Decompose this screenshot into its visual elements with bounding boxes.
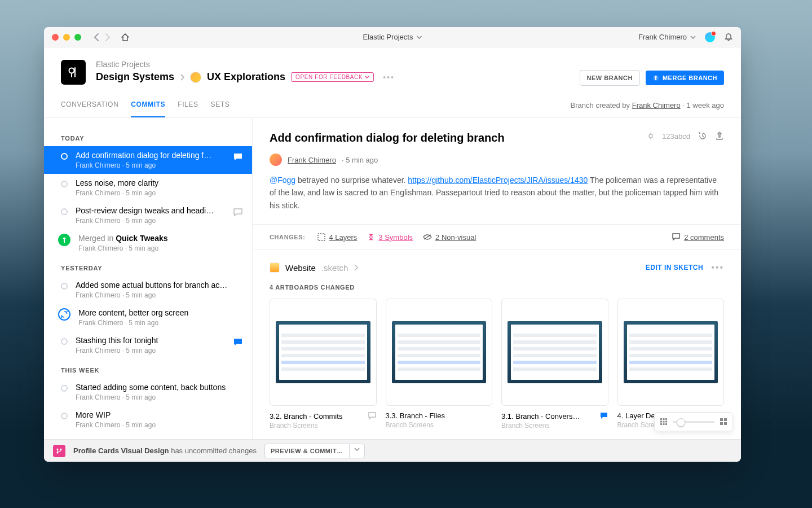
status-badge[interactable]: OPEN FOR FEEDBACK [291,72,374,82]
artboard-card[interactable]: 3.1. Branch - Convers… Branch Screens [501,299,608,430]
titlebar: Elastic Projects Frank Chimero [44,27,741,47]
author-link[interactable]: Frank Chimero [288,156,336,164]
zoom-slider[interactable] [673,421,714,423]
title-center[interactable]: Elastic Projects [363,33,422,41]
svg-rect-3 [318,234,325,240]
commit-item[interactable]: Added some actual buttons for branch ac…… [44,276,252,304]
commit-item[interactable]: Started adding some content, back button… [44,378,252,406]
commit-meta: Frank Chimero · 5 min ago [76,291,243,299]
file-row: Website.sketch EDIT IN SKETCH ••• [253,250,741,276]
artboard-card[interactable]: 3.3. Branch - Files Branch Screens [386,299,493,430]
commit-title: Merged in Quick Tweaks [78,234,243,243]
svg-rect-10 [660,423,662,425]
file-name[interactable]: Website [285,263,316,273]
commit-meta: Frank Chimero · 5 min ago [76,393,243,401]
commit-item[interactable]: Add confirmation dialog for deleting f…F… [44,146,252,174]
nav-forward-icon[interactable] [105,33,111,41]
minimize-window-dot[interactable] [63,34,70,41]
app-window: Elastic Projects Frank Chimero Elastic P… [44,27,741,462]
chat-icon [233,337,243,347]
merge-branch-label: MERGE BRANCH [663,75,717,81]
merge-branch-button[interactable]: MERGE BRANCH [646,71,724,85]
zoom-control[interactable] [654,412,733,431]
svg-rect-9 [665,421,667,423]
commit-meta: Frank Chimero · 5 min ago [78,244,243,252]
merge-icon [652,75,659,81]
svg-point-18 [60,448,61,450]
commit-title: Started adding some content, back button… [76,383,243,392]
preview-commit-dropdown[interactable] [349,444,364,458]
more-icon[interactable]: ••• [383,73,395,82]
tab-conversation[interactable]: CONVERSATION [61,100,118,117]
svg-rect-14 [724,418,727,421]
home-icon[interactable] [121,33,130,42]
changes-symbols[interactable]: 3 Symbols [367,233,413,242]
artboard-card[interactable]: 4. Layer Detail Branch Screens [617,299,725,430]
sync-bullet-icon [58,308,70,321]
bell-icon[interactable] [724,33,733,42]
artboard-thumb [617,299,725,406]
commit-bullet [61,208,68,215]
breadcrumb-main: Design Systems UX Explorations OPEN FOR … [96,71,395,83]
share-icon[interactable] [715,132,724,141]
changes-label: CHANGES: [270,234,305,240]
issue-link[interactable]: https://github.com/ElasticProjects/JIRA/… [408,176,588,185]
commit-item[interactable]: More content, better org screenFrank Chi… [44,304,252,331]
tab-commits[interactable]: COMMITS [131,100,165,117]
commit-item[interactable]: Stashing this for tonightFrank Chimero ·… [44,331,252,359]
detail-author: Frank Chimero · 5 min ago [253,154,741,166]
preview-commit-button[interactable]: PREVIEW & COMMIT… [265,444,349,458]
commit-title: Less noise, more clarity [76,178,243,187]
commit-item[interactable]: Post-review design tweaks and headi…Fran… [44,202,252,229]
commit-sha[interactable]: 123abcd [662,132,690,141]
commit-sha-icon [647,133,654,139]
commits-sidebar: TODAY Add confirmation dialog for deleti… [44,118,253,462]
chevron-down-icon [690,36,696,39]
commit-meta: Frank Chimero · 5 min ago [76,347,228,354]
branch-meta: Branch created by Frank Chimero · 1 week… [571,101,724,117]
svg-point-2 [649,134,652,138]
commit-item[interactable]: Less noise, more clarityFrank Chimero · … [44,174,252,202]
artboard-title: 3.1. Branch - Convers… [501,412,580,421]
branch-avatar [190,72,201,83]
changes-nonvisual[interactable]: 2 Non-visual [423,233,476,242]
history-icon[interactable] [698,132,707,141]
breadcrumb-org[interactable]: Elastic Projects [96,60,395,69]
svg-rect-5 [663,418,665,420]
tab-sets[interactable]: SETS [211,100,230,117]
commit-bullet [61,338,68,345]
breadcrumb-project[interactable]: Design Systems [96,71,174,83]
new-branch-button[interactable]: NEW BRANCH [580,70,640,86]
more-icon[interactable]: ••• [711,262,724,273]
header-actions: NEW BRANCH MERGE BRANCH [580,60,724,86]
zoom-window-dot[interactable] [74,34,81,41]
breadcrumb-branch[interactable]: UX Explorations [207,71,285,83]
close-window-dot[interactable] [52,34,59,41]
artboard-thumb [270,299,377,406]
nav-back-icon[interactable] [94,33,99,41]
edit-in-sketch-button[interactable]: EDIT IN SKETCH [646,264,703,271]
svg-rect-15 [720,422,723,425]
commit-item-merge[interactable]: Merged in Quick TweaksFrank Chimero · 5 … [44,229,252,257]
commit-item[interactable]: More WIPFrank Chimero · 5 min ago [44,406,252,433]
branch-meta-author[interactable]: Frank Chimero [632,101,681,110]
grid-small-icon [660,418,667,425]
chevron-down-icon [416,36,422,39]
svg-rect-11 [663,423,665,425]
app-logo[interactable] [61,60,86,85]
user-menu[interactable]: Frank Chimero [638,33,696,41]
artboard-thumb [501,299,608,406]
mention[interactable]: @Fogg [270,176,295,185]
artboard-card[interactable]: 3.2. Branch - Commits Branch Screens [270,299,377,430]
comments-link[interactable]: 2 comments [672,233,724,242]
detail-actions: 123abcd [647,132,724,141]
tab-files[interactable]: FILES [178,100,198,117]
svg-rect-6 [665,418,667,420]
sketch-file-icon [270,262,280,273]
branch-meta-when: · 1 week ago [681,101,724,110]
svg-rect-16 [724,422,727,425]
changes-layers[interactable]: 4 Layers [317,233,357,242]
section-thisweek: THIS WEEK [44,359,252,378]
chevron-down-icon [365,76,369,78]
help-avatar-icon[interactable] [705,32,715,42]
